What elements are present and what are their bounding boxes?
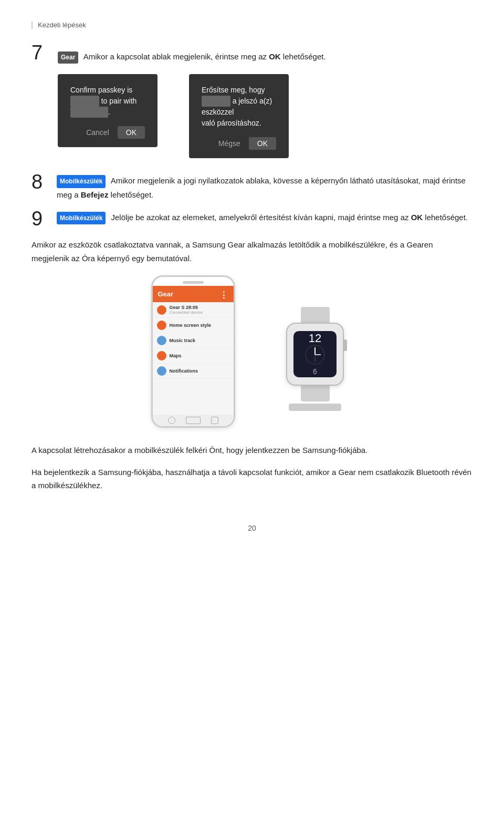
footer-text-1: A kapcsolat létrehozásakor a mobilkészül… bbox=[32, 444, 472, 457]
phone-list-icon-4 bbox=[157, 351, 166, 360]
phone-list-title-3: Music track bbox=[170, 338, 229, 343]
phone-list-item-1: Gear S 28:05 Connected device bbox=[153, 302, 234, 318]
dialog-left-text: Confirm passkey is ■■■■■■ to pair with ■… bbox=[70, 85, 145, 118]
phone-list-text-4: Maps bbox=[170, 353, 229, 358]
page-number: 20 bbox=[32, 524, 472, 532]
phone-list-item-4: Maps bbox=[153, 348, 234, 364]
dialog-left-buttons: Cancel OK bbox=[70, 126, 145, 139]
body-text-connected: Amikor az eszközök csatlakoztatva vannak… bbox=[32, 238, 472, 265]
step-9-text: Jelölje be azokat az elemeket, amelyekrő… bbox=[111, 213, 411, 222]
dialog-left-blurred2: ■■■■■■■■ bbox=[70, 107, 108, 118]
step-9-badge: Mobilkészülék bbox=[57, 212, 106, 224]
dialogs-row: Confirm passkey is ■■■■■■ to pair with ■… bbox=[58, 74, 472, 158]
watch-clock-face bbox=[302, 344, 328, 365]
phone-home-bar bbox=[153, 415, 234, 426]
step-8-content: Mobilkészülék Amikor megjelenik a jogi n… bbox=[57, 174, 472, 201]
step-7-content: Gear Amikor a kapcsolat ablak megjelenik… bbox=[58, 50, 472, 64]
step-8-badge: Mobilkészülék bbox=[57, 175, 106, 188]
phone-list-sub-1: Connected device bbox=[170, 310, 229, 315]
phone-back-btn bbox=[168, 417, 175, 424]
dialog-right-line4: való párosításhoz. bbox=[202, 119, 261, 127]
dialog-left-cancel[interactable]: Cancel bbox=[82, 126, 113, 139]
dialog-right-text: Erősítse meg, hogy ■■■■■■ a jelszó a(z) … bbox=[202, 85, 276, 129]
dialog-right-ok[interactable]: OK bbox=[249, 137, 276, 150]
step-8-row: 8 Mobilkészülék Amikor megjelenik a jogi… bbox=[32, 174, 472, 201]
dialog-right-buttons: Mégse OK bbox=[202, 137, 276, 150]
images-section: Gear ⋮ Gear S 28:05 Connected device Hom… bbox=[32, 275, 472, 428]
dialog-left-line2: to pair with bbox=[101, 97, 137, 105]
phone-list-icon-1 bbox=[157, 305, 166, 315]
watch-bottom-btn bbox=[289, 404, 341, 411]
dialog-left-ok[interactable]: OK bbox=[118, 126, 145, 139]
phone-list-item-5: Notifications bbox=[153, 364, 234, 379]
step-7-text2: lehetőséget. bbox=[281, 52, 326, 61]
dialog-right-line1: Erősítse meg, hogy bbox=[202, 86, 265, 94]
dialog-left: Confirm passkey is ■■■■■■ to pair with ■… bbox=[58, 74, 158, 147]
watch-crown bbox=[343, 339, 347, 351]
watch-time-bottom: 6 bbox=[313, 367, 317, 376]
phone-screen: Gear ⋮ Gear S 28:05 Connected device Hom… bbox=[153, 286, 234, 415]
dialog-left-blurred1: ■■■■■■ bbox=[70, 96, 99, 107]
footer-text-2: Ha bejelentkezik a Samsung-fiókjába, has… bbox=[32, 466, 472, 492]
phone-mockup: Gear ⋮ Gear S 28:05 Connected device Hom… bbox=[151, 275, 235, 428]
step-7-row: 7 Gear Amikor a kapcsolat ablak megjelen… bbox=[32, 45, 472, 64]
watch-body: 12 6 bbox=[286, 323, 344, 386]
phone-menu-dots: ⋮ bbox=[219, 290, 228, 300]
step-7-badge: Gear bbox=[58, 51, 78, 64]
dialog-right-cancel[interactable]: Mégse bbox=[214, 137, 245, 150]
phone-list-text-1: Gear S 28:05 Connected device bbox=[170, 305, 229, 315]
phone-app-title: Gear bbox=[158, 290, 174, 298]
phone-list-item-2: Home screen style bbox=[153, 318, 234, 333]
step-9-content: Mobilkészülék Jelölje be azokat az eleme… bbox=[57, 211, 472, 224]
step-9-number: 9 bbox=[32, 209, 51, 229]
watch-mockup: 12 6 bbox=[277, 307, 353, 428]
phone-recent-btn bbox=[211, 417, 218, 424]
step-9-bold: OK bbox=[411, 213, 423, 222]
phone-list-title-1: Gear S 28:05 bbox=[170, 305, 229, 310]
step-7-ok: OK bbox=[269, 52, 281, 61]
step-9-row: 9 Mobilkészülék Jelölje be azokat az ele… bbox=[32, 211, 472, 229]
phone-list-icon-5 bbox=[157, 366, 166, 376]
watch-time-top: 12 bbox=[309, 333, 321, 344]
step-8-bold: Befejez bbox=[81, 190, 109, 199]
dialog-right-line2: a jelszó a(z) bbox=[233, 97, 272, 105]
page-header: Kezdeti lépések bbox=[32, 21, 472, 29]
step-8-number: 8 bbox=[32, 172, 51, 192]
phone-list-text-3: Music track bbox=[170, 338, 229, 343]
step-7-text: Amikor a kapcsolat ablak megjelenik, éri… bbox=[83, 52, 269, 61]
phone-list-item-3: Music track bbox=[153, 333, 234, 348]
phone-list-title-2: Home screen style bbox=[170, 323, 229, 328]
watch-strap-top bbox=[301, 307, 330, 323]
watch-strap-bottom bbox=[301, 386, 330, 401]
phone-list-icon-3 bbox=[157, 336, 166, 345]
phone-list-text-5: Notifications bbox=[170, 368, 229, 374]
phone-list-text-2: Home screen style bbox=[170, 323, 229, 328]
step-7-number: 7 bbox=[32, 43, 51, 63]
phone-home-btn bbox=[186, 417, 201, 424]
dialog-right-line3: eszközzel bbox=[202, 108, 234, 116]
phone-list-title-4: Maps bbox=[170, 353, 229, 358]
watch-screen: 12 6 bbox=[293, 331, 337, 377]
dialog-right: Erősítse meg, hogy ■■■■■■ a jelszó a(z) … bbox=[189, 74, 289, 158]
phone-list-icon-2 bbox=[157, 321, 166, 330]
phone-speaker bbox=[183, 281, 204, 284]
dialog-left-line1: Confirm passkey is bbox=[70, 86, 132, 94]
step-9-text2: lehetőséget. bbox=[423, 213, 468, 222]
dialog-right-blurred1: ■■■■■■ bbox=[202, 96, 230, 107]
header-label: Kezdeti lépések bbox=[38, 21, 86, 29]
phone-app-header: Gear ⋮ bbox=[153, 286, 234, 302]
step-8-text2: lehetőséget. bbox=[108, 190, 153, 199]
phone-list-title-5: Notifications bbox=[170, 368, 229, 374]
